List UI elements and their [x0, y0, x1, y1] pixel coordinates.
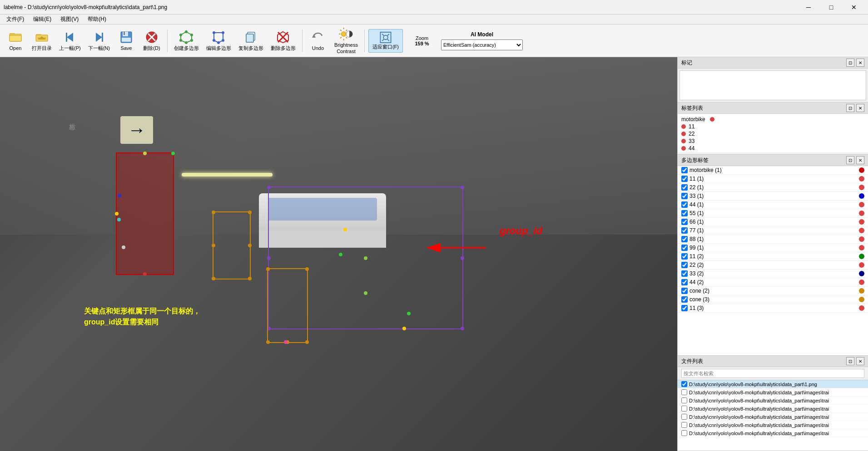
file-checkbox-0[interactable] — [681, 381, 687, 387]
poly-item-15: cone (3) — [678, 295, 868, 304]
open-dir-label: 打开目录 — [32, 45, 52, 51]
poly-item-6: 66 (1) — [678, 218, 868, 226]
file-checkbox-1[interactable] — [681, 389, 687, 395]
open-button[interactable]: Open — [4, 27, 27, 54]
delete-button[interactable]: 删除(D) — [140, 27, 164, 54]
polygon-header: 多边形标签 ⊡ ✕ — [678, 155, 868, 166]
poly-checkbox-16[interactable] — [681, 305, 688, 311]
poly-checkbox-13[interactable] — [681, 279, 688, 285]
svg-rect-13 — [124, 32, 125, 35]
polygon-maximize[interactable]: ⊡ — [846, 156, 854, 164]
biaoqian-dot-1 — [681, 124, 686, 129]
poly-checkbox-11[interactable] — [681, 262, 688, 268]
menu-view[interactable]: 视图(V) — [56, 15, 83, 24]
biao-ji-close[interactable]: ✕ — [856, 59, 864, 67]
poly-item-14: cone (2) — [678, 287, 868, 295]
file-item-5[interactable]: D:\study\cnn\yolo\yolov8-mokpt\ultralyti… — [678, 421, 868, 429]
poly-item-1: 11 (1) — [678, 175, 868, 183]
poly-item-11: 22 (2) — [678, 261, 868, 270]
file-item-2[interactable]: D:\study\cnn\yolo\yolov8-mokpt\ultralyti… — [678, 397, 868, 405]
file-checkbox-4[interactable] — [681, 414, 687, 420]
file-name-5: D:\study\cnn\yolo\yolov8-mokpt\ultralyti… — [689, 422, 829, 428]
minimize-button[interactable]: ─ — [798, 0, 819, 15]
save-button[interactable]: Save — [114, 27, 138, 54]
file-item-0[interactable]: D:\study\cnn\yolo\yolov8-mokpt\ultralyti… — [678, 380, 868, 388]
menu-file[interactable]: 文件(F) — [2, 15, 29, 24]
file-item-4[interactable]: D:\study\cnn\yolo\yolov8-mokpt\ultralyti… — [678, 413, 868, 421]
arrow-sign: → — [120, 116, 153, 144]
next-label: 下一幅(N) — [88, 45, 110, 51]
zoom-label: Zoom — [416, 35, 428, 41]
file-close[interactable]: ✕ — [856, 357, 864, 365]
biaoqian-content: motorbike 11 22 33 44 — [678, 114, 868, 152]
polygon-close[interactable]: ✕ — [856, 156, 864, 164]
poly-checkbox-14[interactable] — [681, 288, 688, 294]
poly-label-14: cone (2) — [689, 288, 857, 294]
poly-checkbox-10[interactable] — [681, 253, 688, 260]
file-item-3[interactable]: D:\study\cnn\yolo\yolov8-mokpt\ultralyti… — [678, 405, 868, 413]
svg-point-38 — [341, 32, 346, 37]
poly-checkbox-5[interactable] — [681, 210, 688, 216]
poly-checkbox-1[interactable] — [681, 176, 688, 182]
canvas-area[interactable]: → 标志 — [0, 57, 677, 451]
svg-point-49 — [383, 35, 388, 39]
delete-polygon-button[interactable]: 删除多边形 — [268, 27, 298, 54]
poly-checkbox-12[interactable] — [681, 270, 688, 277]
delete-polygon-label: 删除多边形 — [271, 45, 296, 51]
biao-ji-maximize[interactable]: ⊡ — [846, 59, 854, 67]
svg-marker-25 — [214, 33, 223, 43]
file-checkbox-5[interactable] — [681, 422, 687, 428]
prev-button[interactable]: 上一幅(P) — [56, 27, 84, 54]
biaoqian-close[interactable]: ✕ — [856, 104, 864, 112]
poly-checkbox-15[interactable] — [681, 296, 688, 303]
poly-item-10: 11 (2) — [678, 252, 868, 261]
open-dir-button[interactable]: 打开目录 — [29, 27, 55, 54]
svg-point-28 — [222, 39, 224, 42]
poly-checkbox-6[interactable] — [681, 219, 688, 225]
svg-point-27 — [222, 31, 224, 34]
ai-model-select[interactable]: EfficientSam (accuracy) SAM (fast) SAM (… — [441, 39, 523, 50]
file-search-input[interactable] — [681, 369, 864, 378]
poly-checkbox-3[interactable] — [681, 193, 688, 199]
svg-rect-48 — [380, 32, 391, 42]
biaoqian-label-0: motorbike — [681, 116, 705, 123]
poly-checkbox-7[interactable] — [681, 227, 688, 234]
poly-checkbox-8[interactable] — [681, 236, 688, 242]
file-checkbox-6[interactable] — [681, 430, 687, 436]
svg-line-45 — [340, 37, 342, 39]
titlebar: labelme - D:\study\cnn\yolo\yolov8-mokpt… — [0, 0, 868, 15]
file-item-1[interactable]: D:\study\cnn\yolo\yolov8-mokpt\ultralyti… — [678, 388, 868, 397]
brightness-button[interactable]: BrightnessContrast — [332, 27, 361, 54]
poly-checkbox-0[interactable] — [681, 167, 688, 173]
copy-polygon-button[interactable]: 复制多边形 — [236, 27, 266, 54]
poly-checkbox-9[interactable] — [681, 245, 688, 251]
undo-button[interactable]: Undo — [306, 27, 330, 54]
file-maximize[interactable]: ⊡ — [846, 357, 854, 365]
file-name-4: D:\study\cnn\yolo\yolov8-mokpt\ultralyti… — [689, 414, 829, 420]
svg-line-52 — [382, 39, 384, 41]
polygon-content: motorbike (1)11 (1)22 (1)33 (1)44 (1)55 … — [678, 166, 868, 355]
file-item-6[interactable]: D:\study\cnn\yolo\yolov8-mokpt\ultralyti… — [678, 429, 868, 437]
create-polygon-button[interactable]: 创建多边形 — [171, 27, 202, 54]
poly-checkbox-2[interactable] — [681, 184, 688, 191]
poly-dot-12 — [859, 271, 864, 276]
poly-dot-14 — [859, 288, 864, 294]
brightness-icon — [339, 27, 353, 41]
poly-item-13: 44 (2) — [678, 278, 868, 287]
close-button[interactable]: ✕ — [843, 0, 864, 15]
file-checkbox-3[interactable] — [681, 406, 687, 412]
file-checkbox-2[interactable] — [681, 397, 687, 403]
poly-item-16: 11 (3) — [678, 304, 868, 313]
svg-point-24 — [179, 34, 182, 36]
edit-polygon-button[interactable]: 编辑多边形 — [203, 27, 234, 54]
poly-item-4: 44 (1) — [678, 201, 868, 209]
menu-edit[interactable]: 编辑(E) — [29, 15, 56, 24]
next-button[interactable]: 下一幅(N) — [85, 27, 113, 54]
title-text: labelme - D:\study\cnn\yolo\yolov8-mokpt… — [4, 4, 167, 10]
menu-help[interactable]: 帮助(H) — [83, 15, 111, 24]
biaoqian-maximize[interactable]: ⊡ — [846, 104, 854, 112]
poly-checkbox-4[interactable] — [681, 201, 688, 208]
poly-dot-4 — [859, 202, 864, 207]
fit-window-button[interactable]: 适应窗口(F) — [368, 29, 403, 53]
maximize-button[interactable]: □ — [821, 0, 842, 15]
